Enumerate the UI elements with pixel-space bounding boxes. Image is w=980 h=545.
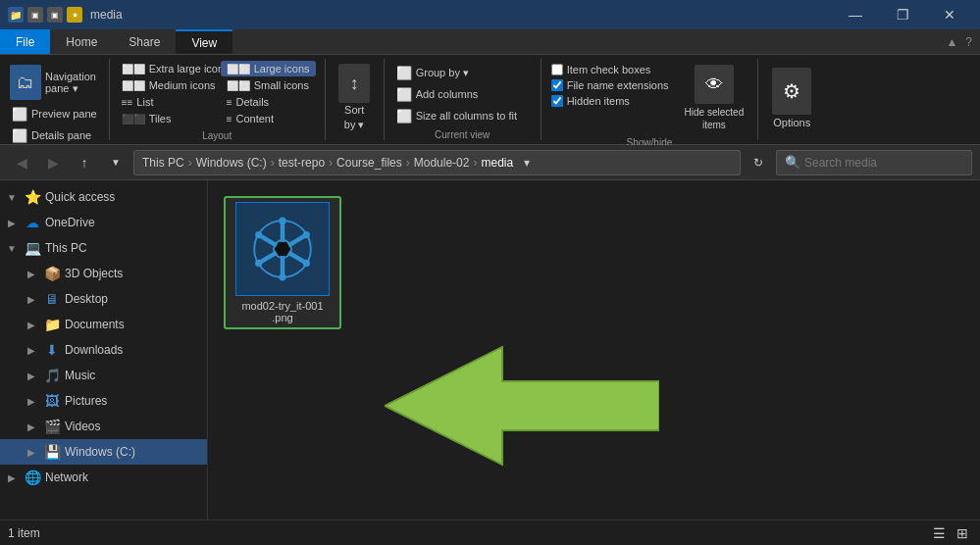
videos-label: Videos (65, 420, 199, 433)
windows-c-icon: 💾 (43, 443, 61, 461)
tiles-button[interactable]: ⬛⬛ Tiles (116, 111, 219, 126)
file-name-extensions-row[interactable]: File name extensions (547, 78, 673, 92)
hidden-items-checkbox[interactable] (551, 95, 563, 107)
sidebar-item-downloads[interactable]: ▶ ⬇ Downloads (0, 337, 207, 363)
sidebar-item-onedrive[interactable]: ▶ ☁ OneDrive (0, 210, 207, 235)
item-check-boxes-row[interactable]: Item check boxes (547, 63, 673, 76)
small-icons-button[interactable]: ⬜⬜ Small icons (221, 77, 315, 93)
hide-selected-items-button[interactable]: 👁 Hide selecteditems (677, 63, 752, 133)
group-by-icon: ⬜ (396, 65, 412, 80)
desktop-icon: 🖥 (43, 290, 61, 308)
show-hide-group: Item check boxes File name extensions Hi… (542, 59, 759, 140)
tab-file[interactable]: File (0, 29, 50, 54)
quick-access-expand[interactable]: ▼ (4, 189, 20, 205)
onedrive-expand[interactable]: ▶ (4, 215, 20, 230)
downloads-expand[interactable]: ▶ (24, 342, 39, 358)
tiles-label: Tiles (149, 113, 172, 124)
preview-pane-button[interactable]: ⬜ Preview pane (6, 104, 103, 124)
this-pc-expand[interactable]: ▼ (4, 240, 20, 256)
minimize-button[interactable]: — (833, 0, 878, 29)
documents-icon: 📁 (43, 316, 61, 333)
sidebar-item-desktop[interactable]: ▶ 🖥 Desktop (0, 286, 207, 312)
sidebar-item-windows-c[interactable]: ▶ 💾 Windows (C:) (0, 439, 207, 465)
this-pc-label: This PC (45, 241, 199, 255)
add-columns-button[interactable]: ⬜ Add columns (390, 84, 485, 104)
sidebar-item-videos[interactable]: ▶ 🎬 Videos (0, 414, 207, 439)
path-course-files[interactable]: Course_files (336, 156, 402, 170)
details-pane-button[interactable]: ⬜ Details pane (6, 125, 97, 145)
search-box[interactable]: 🔍 (776, 150, 972, 175)
details-button[interactable]: ≡ Details (221, 94, 275, 110)
documents-expand[interactable]: ▶ (24, 317, 39, 332)
options-group: ⚙ Options (758, 59, 825, 140)
sidebar-item-network[interactable]: ▶ 🌐 Network (0, 465, 207, 490)
desktop-expand[interactable]: ▶ (24, 291, 39, 307)
sidebar-item-documents[interactable]: ▶ 📁 Documents (0, 312, 207, 337)
path-windows-c[interactable]: Windows (C:) (196, 156, 267, 170)
tab-share[interactable]: Share (113, 29, 176, 54)
add-columns-icon: ⬜ (396, 86, 412, 102)
sidebar-item-pictures[interactable]: ▶ 🖼 Pictures (0, 388, 207, 414)
quick-access-label: Quick access (45, 190, 199, 204)
file-name-extensions-checkbox[interactable] (551, 79, 563, 91)
large-icons-label: Large icons (254, 63, 310, 74)
list-button[interactable]: ≡≡ List (116, 94, 219, 110)
network-expand[interactable]: ▶ (4, 470, 20, 485)
svg-point-13 (255, 260, 262, 267)
large-icons-button[interactable]: ⬜⬜ Large icons (221, 61, 316, 76)
sort-by-button[interactable]: ↕ Sortby ▾ (335, 62, 374, 133)
back-button[interactable]: ◀ (8, 149, 35, 176)
navigation-pane-button[interactable]: 🗂 Navigation pane ▾ (6, 63, 100, 102)
pictures-expand[interactable]: ▶ (24, 393, 39, 409)
list-view-button[interactable]: ☰ (929, 523, 949, 543)
size-all-columns-label: Size all columns to fit (416, 110, 517, 122)
path-media[interactable]: media (481, 156, 513, 170)
pictures-icon: 🖼 (43, 392, 61, 410)
quick-access-icon-1: ▣ (27, 7, 43, 23)
layout-group-label: Layout (116, 128, 319, 143)
item-check-boxes-checkbox[interactable] (551, 64, 563, 75)
sidebar-item-3d-objects[interactable]: ▶ 📦 3D Objects (0, 261, 207, 286)
preview-pane-label: Preview pane (31, 108, 97, 120)
path-module-02[interactable]: Module-02 (414, 156, 470, 170)
options-button[interactable]: ⚙ Options (764, 64, 819, 132)
svg-point-11 (303, 260, 310, 267)
search-input[interactable] (804, 156, 963, 170)
music-expand[interactable]: ▶ (24, 368, 39, 383)
up-button[interactable]: ↑ (71, 149, 98, 176)
tab-view[interactable]: View (176, 29, 232, 54)
size-all-columns-button[interactable]: ⬜ Size all columns to fit (390, 106, 523, 125)
windows-c-expand[interactable]: ▶ (24, 444, 39, 460)
medium-icons-button[interactable]: ⬜⬜ Medium icons (116, 77, 219, 93)
hidden-items-label: Hidden items (567, 95, 630, 107)
svg-point-15 (276, 242, 289, 256)
sidebar-item-quick-access[interactable]: ▼ ⭐ Quick access (0, 184, 207, 210)
svg-point-14 (255, 231, 262, 238)
address-path[interactable]: This PC › Windows (C:) › test-repo › Cou… (133, 150, 741, 175)
path-test-repo[interactable]: test-repo (279, 156, 325, 170)
hidden-items-row[interactable]: Hidden items (547, 94, 673, 108)
tab-home[interactable]: Home (50, 29, 113, 54)
icon-view-button[interactable]: ⊞ (953, 523, 972, 543)
address-dropdown-button[interactable]: ▾ (515, 150, 539, 175)
add-columns-label: Add columns (416, 88, 479, 100)
music-icon: 🎵 (43, 367, 61, 384)
content-button[interactable]: ≡ Content (221, 111, 280, 126)
title-bar-icons: 📁 ▣ ▣ ★ (8, 7, 82, 23)
3d-objects-expand[interactable]: ▶ (24, 266, 39, 281)
videos-expand[interactable]: ▶ (24, 419, 39, 434)
path-this-pc[interactable]: This PC (142, 156, 184, 170)
extra-large-icons-button[interactable]: ⬜⬜ Extra large icons (116, 61, 219, 76)
forward-button[interactable]: ▶ (39, 149, 67, 176)
recent-button[interactable]: ▼ (102, 149, 129, 176)
sidebar-item-music[interactable]: ▶ 🎵 Music (0, 363, 207, 388)
item-count: 1 item (8, 526, 40, 540)
sidebar-item-this-pc[interactable]: ▼ 💻 This PC (0, 235, 207, 261)
maximize-button[interactable]: ❐ (880, 0, 925, 29)
group-by-button[interactable]: ⬜ Group by ▾ (390, 63, 475, 82)
list-label: List (136, 96, 153, 108)
content-label: Content (236, 113, 275, 124)
close-button[interactable]: ✕ (927, 0, 972, 29)
refresh-button[interactable]: ↻ (745, 149, 772, 176)
file-item-mod02[interactable]: mod02-try_it-001.png (224, 196, 341, 329)
